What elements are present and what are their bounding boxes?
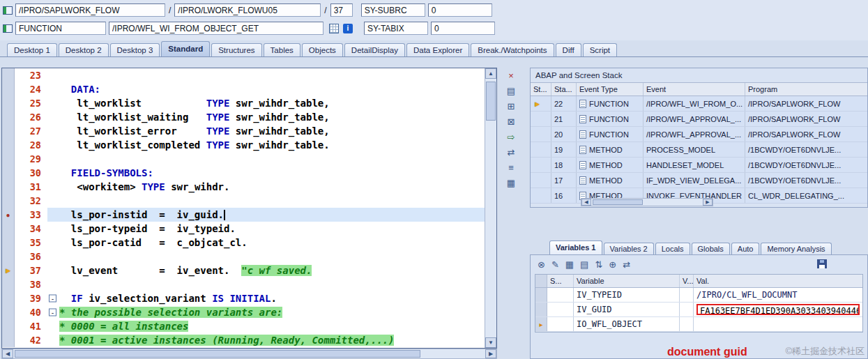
tab-desktop-2[interactable]: Desktop 2 [59, 43, 109, 56]
code-text[interactable] [47, 68, 485, 82]
copy-icon[interactable]: ⊞ [503, 100, 519, 113]
tab-memory-analysis[interactable]: Memory Analysis [761, 243, 831, 254]
vars-column-header[interactable]: Variable [574, 275, 680, 287]
event-type-field[interactable] [15, 22, 106, 35]
table-view-icon[interactable]: ▤ [580, 259, 588, 270]
stack-row[interactable]: 20FUNCTION/IPRO/WFL_APPROVAL_.../IPRO/SA… [531, 127, 867, 142]
tab-break-watchpoints[interactable]: Break./Watchpoints [471, 43, 554, 56]
tab-tables[interactable]: Tables [264, 43, 300, 56]
delete-icon[interactable]: ⊠ [503, 115, 519, 128]
variable-row[interactable]: IV_TYPEID/IPRO/CL_WFL_DOCUMNT [535, 288, 862, 303]
code-text[interactable] [47, 194, 485, 208]
code-text[interactable]: -* the possible selection variants are: [47, 305, 485, 319]
code-text[interactable]: ls_por-catid = c_objcat_cl. [47, 236, 485, 250]
variable-value-cell[interactable] [694, 317, 862, 331]
code-text[interactable] [47, 250, 485, 263]
code-text[interactable]: - IF iv_selection_variant IS INITIAL. [47, 291, 485, 305]
code-text[interactable]: FIELD-SYMBOLS: [47, 166, 485, 180]
code-text[interactable]: DATA: [47, 82, 485, 96]
variable-scope-cell[interactable] [547, 303, 574, 316]
search-plus-icon[interactable]: ⊕ [609, 259, 616, 270]
scroll-right-icon[interactable]: ▶ [485, 349, 496, 358]
compare-icon[interactable]: ⇄ [623, 259, 630, 270]
code-text[interactable]: ls_por-instid = iv_guid. [47, 208, 485, 222]
stack-column-header[interactable]: Sta... [551, 83, 577, 96]
scroll-right-icon[interactable]: ▶ [703, 199, 713, 206]
tab-variables-2[interactable]: Variables 2 [604, 243, 654, 254]
code-text[interactable] [47, 152, 485, 166]
fold-toggle-icon[interactable]: - [49, 309, 56, 316]
tab-variables-1[interactable]: Variables 1 [549, 240, 602, 254]
tab-desktop-3[interactable]: Desktop 3 [110, 43, 160, 56]
tab-locals[interactable]: Locals [655, 243, 690, 254]
stack-row[interactable]: 18METHODHANDLESET_MODEL/1BCWDY/OET6DNVLJ… [531, 158, 867, 173]
code-text[interactable]: lt_worklist_waiting TYPE swr_wihdr_table… [47, 110, 485, 124]
function-name-field[interactable] [109, 22, 323, 35]
export-icon[interactable]: ⇨ [503, 130, 519, 144]
vars-column-header[interactable]: V... [680, 275, 694, 287]
sort-icon[interactable]: ⇅ [595, 259, 602, 270]
scroll-up-icon[interactable]: ▲ [485, 68, 496, 79]
stack-horizontal-scrollbar[interactable]: ◀ ▶ [581, 198, 713, 206]
stack-column-header[interactable]: Event Type [577, 83, 644, 96]
code-text[interactable]: lt_worklist TYPE swr_wihdr_table, [47, 96, 485, 110]
code-text[interactable]: lv_event = iv_event. "c wf saved. [47, 263, 485, 277]
structure-display-icon[interactable] [329, 24, 339, 33]
tab-data-explorer[interactable]: Data Explorer [406, 43, 469, 56]
stack-column-header[interactable]: St... [531, 83, 551, 96]
scroll-thumb[interactable] [486, 82, 496, 121]
save-layout-icon[interactable] [817, 259, 827, 268]
code-editor[interactable]: 2324 DATA:25 lt_worklist TYPE swr_wihdr_… [1, 68, 497, 349]
stack-row[interactable]: 21FUNCTION/IPRO/WFL_APPROVAL_.../IPRO/SA… [531, 112, 867, 127]
variable-scope-cell[interactable] [547, 288, 574, 302]
swap-icon[interactable]: ⇄ [503, 146, 519, 159]
variable-name-cell[interactable]: IV_TYPEID [574, 288, 680, 302]
scroll-left-icon[interactable]: ◀ [581, 199, 591, 206]
stack-row[interactable]: 17METHODIF_WDR_VIEW_DELEGA.../1BCWDY/OET… [531, 173, 867, 188]
editor-vertical-scrollbar[interactable]: ▲ ▼ [485, 68, 496, 348]
scroll-thumb[interactable] [15, 350, 420, 358]
breakpoint-icon[interactable]: ● [6, 211, 10, 219]
code-text[interactable] [47, 277, 485, 291]
stack-column-header[interactable]: Event [644, 83, 745, 96]
tab-standard[interactable]: Standard [161, 41, 210, 56]
code-text[interactable]: * 0001 = active instances (Running, Read… [47, 333, 485, 347]
tab-detaildisplay[interactable]: DetailDisplay [344, 43, 405, 56]
tab-script[interactable]: Script [583, 43, 617, 56]
variable-value-cell[interactable]: /IPRO/CL_WFL_DOCUMNT [694, 288, 862, 302]
delete-variable-icon[interactable]: ⊗ [538, 259, 545, 270]
scroll-thumb[interactable] [593, 199, 643, 205]
tab-globals[interactable]: Globals [692, 243, 730, 254]
line-number-field[interactable] [330, 3, 353, 17]
variable-row[interactable]: IV_GUIDFA163EE7BF4D1ED390A3033403940446 [535, 303, 862, 317]
variable-value-cell[interactable]: FA163EE7BF4D1ED390A3033403940446 [694, 303, 862, 316]
variable-row[interactable]: ▸IO_WFL_OBJECT [535, 317, 862, 332]
code-text[interactable]: ls_por-typeid = iv_typeid. [47, 222, 485, 236]
stack-column-header[interactable]: Program [745, 83, 867, 96]
close-icon[interactable]: × [503, 69, 519, 82]
tab-structures[interactable]: Structures [211, 43, 261, 56]
settings-grid-icon[interactable]: ▦ [503, 176, 519, 190]
info-icon[interactable]: i [343, 24, 353, 33]
code-text[interactable]: * 0000 = all instances [47, 319, 485, 333]
program-field[interactable] [15, 3, 165, 17]
variable-scope-cell[interactable] [547, 317, 574, 331]
variable-name-cell[interactable]: IV_GUID [574, 303, 680, 316]
edit-variable-icon[interactable]: ✎ [551, 259, 559, 270]
layers-icon[interactable]: ≡ [503, 161, 519, 174]
stack-row[interactable]: ►22FUNCTION/IPRO/WFL_WI_FROM_O.../IPRO/S… [531, 96, 867, 112]
tab-diff[interactable]: Diff [556, 43, 581, 56]
stack-row[interactable]: 19METHODPROCESS_MODEL/1BCWDY/OET6DNVLJE.… [531, 142, 867, 158]
variable-name-cell[interactable]: IO_WFL_OBJECT [574, 317, 680, 331]
include-field[interactable] [174, 3, 321, 17]
code-text[interactable]: lt_worklist_error TYPE swr_wihdr_table, [47, 124, 485, 138]
scroll-left-icon[interactable]: ◀ [2, 349, 13, 358]
detail-view-icon[interactable]: ▦ [565, 259, 574, 270]
code-text[interactable]: <workitem> TYPE swr_wihdr. [47, 180, 485, 194]
code-text[interactable]: lt_worklist_completed TYPE swr_wihdr_tab… [47, 138, 485, 152]
editor-horizontal-scrollbar[interactable]: ◀ ▶ [1, 349, 497, 359]
tab-desktop-1[interactable]: Desktop 1 [7, 43, 57, 56]
new-document-icon[interactable]: ▤ [503, 84, 519, 98]
tab-objects[interactable]: Objects [302, 43, 343, 56]
tab-auto[interactable]: Auto [731, 243, 760, 254]
